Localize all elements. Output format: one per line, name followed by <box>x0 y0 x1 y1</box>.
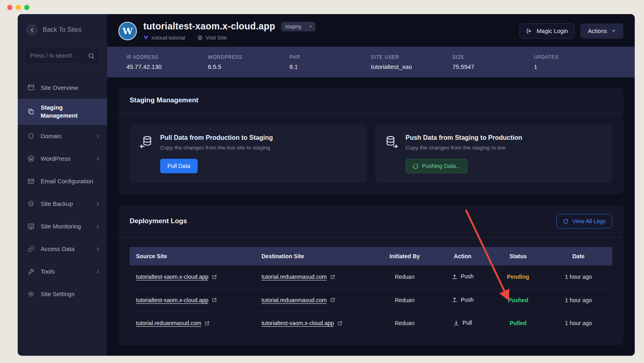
external-link-icon <box>212 274 217 280</box>
info-label: SITE USER <box>371 54 453 60</box>
minimize-window-button[interactable] <box>16 5 21 10</box>
pushing-data-label: Pushing Data... <box>422 163 461 169</box>
content-area: Staging Management Pull Data from Produc… <box>107 77 635 356</box>
team-link[interactable]: xcloud-tutorial <box>143 35 185 41</box>
pull-data-button[interactable]: Pull Data <box>160 159 198 173</box>
pull-data-subtitle: Copy the changes from the live site to s… <box>160 145 273 151</box>
info-php-version: PHP 8.1 <box>289 54 371 70</box>
external-link-icon <box>330 297 335 303</box>
database-pull-icon <box>139 135 153 173</box>
actions-button[interactable]: Actions <box>580 23 623 39</box>
chevron-down-icon[interactable] <box>305 22 316 31</box>
source-site-link[interactable]: tutorialtest-xaom.x-cloud.app <box>136 274 217 280</box>
site-header: W tutorialtest-xaom.x-cloud.app staging <box>107 14 635 47</box>
sidebar-item-site-overview[interactable]: Site Overview <box>18 76 107 99</box>
search-input[interactable] <box>30 52 87 59</box>
pull-data-title: Pull Data from Production to Staging <box>160 134 273 141</box>
destination-site-link[interactable]: tutorial.reduanmasud.com <box>262 297 335 303</box>
destination-site-text: tutorialtest-xaom.x-cloud.app <box>262 320 334 326</box>
column-action: Action <box>433 247 491 266</box>
info-label: WORDPRESS <box>208 54 290 60</box>
view-all-logs-label: View All Logs <box>572 218 606 224</box>
destination-site-link[interactable]: tutorial.reduanmasud.com <box>262 274 335 280</box>
initiated-by-cell: Reduan <box>376 312 433 335</box>
table-row: tutorialtest-xaom.x-cloud.app tutorial.r… <box>130 266 612 288</box>
settings-icon <box>27 290 35 298</box>
destination-site-text: tutorial.reduanmasud.com <box>262 297 327 303</box>
sidebar-item-label: Site Monitoring <box>41 223 89 230</box>
header-actions: Magic Login Actions <box>519 23 623 39</box>
visit-site-link[interactable]: Visit Site <box>197 35 227 41</box>
domain-icon <box>27 133 35 140</box>
sidebar-item-site-backup[interactable]: Site Backup <box>18 193 107 215</box>
sidebar-menu: Site Overview Staging Management Domain <box>18 76 107 305</box>
push-data-title: Push Data from Staging to Production <box>406 134 522 141</box>
sidebar-item-label: Staging Management <box>41 104 86 120</box>
sidebar-search[interactable] <box>24 47 101 64</box>
sidebar-item-domain[interactable]: Domain <box>18 125 107 147</box>
sidebar-item-site-monitoring[interactable]: Site Monitoring <box>18 215 107 238</box>
team-name: xcloud-tutorial <box>151 35 185 41</box>
actions-label: Actions <box>588 28 607 34</box>
source-site-link[interactable]: tutorialtest-xaom.x-cloud.app <box>136 297 217 303</box>
info-label: UPDATES <box>534 54 616 60</box>
info-value: tutorialtest_xao <box>371 63 453 70</box>
status-badge: Pending <box>507 274 529 280</box>
pull-action-icon <box>453 320 459 326</box>
status-badge: Pushed <box>508 297 528 303</box>
action-label: Push <box>461 297 474 303</box>
pushing-data-button[interactable]: Pushing Data... <box>406 159 468 173</box>
destination-site-link[interactable]: tutorialtest-xaom.x-cloud.app <box>262 320 343 326</box>
push-data-panel: Push Data from Staging to Production Cop… <box>375 124 613 183</box>
sidebar-item-tools[interactable]: Tools <box>18 260 107 283</box>
info-value: 1 <box>534 63 616 70</box>
view-all-logs-button[interactable]: View All Logs <box>556 214 612 228</box>
info-site-user: SITE USER tutorialtest_xao <box>371 54 453 70</box>
sidebar-item-site-settings[interactable]: Site Settings <box>18 283 107 305</box>
chevron-right-icon <box>95 133 101 139</box>
push-action-icon <box>452 297 458 303</box>
info-wordpress-version: WORDPRESS 6.5.5 <box>208 54 290 70</box>
environment-badge[interactable]: staging <box>281 22 305 31</box>
sidebar-item-label: Email Configuration <box>41 178 101 185</box>
environment-switcher[interactable]: staging <box>281 22 316 31</box>
chevron-left-icon[interactable] <box>26 24 38 36</box>
magic-login-icon <box>526 28 533 34</box>
info-size: SIZE 75.5547 <box>452 54 534 70</box>
chevron-right-icon <box>95 224 101 229</box>
info-value: 45.77.42.130 <box>126 63 208 70</box>
back-to-sites[interactable]: Back To Sites <box>18 14 107 36</box>
site-title-block: tutorialtest-xaom.x-cloud.app staging xc… <box>143 21 316 41</box>
sidebar-item-staging-management[interactable]: Staging Management <box>18 99 107 125</box>
zoom-window-button[interactable] <box>24 5 29 10</box>
action-cell: Push <box>452 273 474 280</box>
deployment-logs-card: Deployment Logs View All Logs Source Sit… <box>118 205 623 345</box>
sidebar-item-access-data[interactable]: Access Data <box>18 238 107 260</box>
source-site-link[interactable]: tutorial.reduanmasud.com <box>136 320 210 326</box>
close-window-button[interactable] <box>7 5 12 10</box>
magic-login-label: Magic Login <box>537 28 568 34</box>
sidebar-item-email-configuration[interactable]: Email Configuration <box>18 170 107 193</box>
sidebar: Back To Sites Site Overview Staging Mana… <box>18 14 107 356</box>
search-icon <box>88 52 95 59</box>
back-to-sites-label: Back To Sites <box>43 26 82 33</box>
table-header-row: Source Site Destination Site Initiated B… <box>130 247 612 266</box>
info-value: 6.5.5 <box>208 63 290 70</box>
external-link-icon <box>337 321 343 326</box>
site-overview-icon <box>27 84 35 91</box>
table-row: tutorialtest-xaom.x-cloud.app tutorial.r… <box>130 288 612 312</box>
visit-site-label: Visit Site <box>206 35 227 41</box>
access-data-icon <box>27 245 35 253</box>
magic-login-button[interactable]: Magic Login <box>519 23 575 39</box>
chevron-down-icon <box>611 28 616 33</box>
globe-icon <box>197 35 203 41</box>
xcloud-logo-icon <box>143 35 149 40</box>
sidebar-item-wordpress[interactable]: WordPress <box>18 147 107 170</box>
wordpress-icon <box>27 155 35 162</box>
chevron-right-icon <box>95 269 101 274</box>
database-push-icon <box>385 135 398 173</box>
info-label: PHP <box>289 54 371 60</box>
backup-icon <box>27 200 35 207</box>
column-source-site: Source Site <box>130 247 255 266</box>
initiated-by-cell: Reduan <box>376 266 433 288</box>
